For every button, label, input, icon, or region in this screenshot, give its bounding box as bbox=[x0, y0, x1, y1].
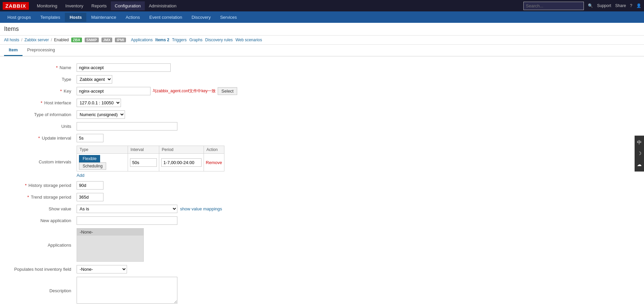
nav-actions[interactable]: Actions bbox=[121, 13, 145, 22]
right-panel-icon-2[interactable]: ☽ bbox=[637, 149, 642, 158]
right-panel: 中 ☽ ☁ bbox=[635, 136, 644, 172]
nav-maintenance[interactable]: Maintenance bbox=[86, 13, 121, 22]
link-applications[interactable]: Applications bbox=[131, 38, 153, 42]
trend-cell bbox=[74, 191, 637, 203]
type-label: Type bbox=[7, 73, 74, 85]
breadcrumb-nav-links: Applications Items 2 Triggers Graphs Dis… bbox=[131, 38, 262, 42]
logo: ZABBIX bbox=[3, 2, 29, 10]
breadcrumb-bar: All hosts / Zabbix server / Enabled ZBX … bbox=[0, 36, 644, 45]
show-value-select[interactable]: As is bbox=[77, 205, 177, 213]
update-interval-input[interactable] bbox=[77, 134, 103, 142]
nav-monitoring[interactable]: Monitoring bbox=[33, 1, 61, 10]
breadcrumb-all-hosts[interactable]: All hosts bbox=[4, 38, 19, 42]
update-interval-cell bbox=[74, 132, 637, 144]
trend-label: * Trend storage period bbox=[7, 191, 74, 203]
name-field-cell bbox=[74, 62, 637, 73]
key-wrapper: 与zabbix_agent.conf文件中key一致 Select bbox=[77, 87, 635, 95]
help-icon[interactable]: ? bbox=[630, 3, 632, 8]
description-label: Description bbox=[7, 275, 74, 306]
applications-label: Applications bbox=[7, 226, 74, 263]
nav-administration[interactable]: Administration bbox=[145, 1, 180, 10]
tab-item[interactable]: Item bbox=[4, 45, 23, 56]
nav-hosts[interactable]: Hosts bbox=[65, 13, 86, 22]
col-action: Action bbox=[204, 146, 224, 154]
right-panel-icon-3[interactable]: ☁ bbox=[637, 160, 642, 169]
badge-ipmi: IPMI bbox=[115, 38, 126, 42]
link-web-scenarios[interactable]: Web scenarios bbox=[235, 38, 262, 42]
custom-intervals-cell: Type Interval Period Action Flexible Sch… bbox=[74, 144, 637, 180]
name-input[interactable] bbox=[77, 63, 171, 72]
nav-event-correlation[interactable]: Event correlation bbox=[145, 13, 187, 22]
show-value-label: Show value bbox=[7, 203, 74, 215]
description-cell bbox=[74, 275, 637, 306]
period-input[interactable] bbox=[161, 158, 202, 167]
nav-inventory[interactable]: Inventory bbox=[61, 1, 87, 10]
host-interface-select[interactable]: 127.0.0.1 : 10050 bbox=[77, 99, 121, 107]
btn-flexible[interactable]: Flexible bbox=[79, 155, 100, 162]
select-button[interactable]: Select bbox=[218, 87, 237, 95]
nav-templates[interactable]: Templates bbox=[36, 13, 65, 22]
page-title: Items bbox=[0, 23, 644, 36]
type-info-select[interactable]: Numeric (unsigned) bbox=[77, 110, 125, 119]
trend-input[interactable] bbox=[77, 193, 103, 201]
list-item: -None- bbox=[77, 228, 143, 236]
add-interval-button[interactable]: Add bbox=[77, 173, 84, 178]
key-annotation: 与zabbix_agent.conf文件中key一致 bbox=[153, 88, 216, 94]
tab-bar: Item Preprocessing bbox=[0, 45, 644, 56]
new-application-cell bbox=[74, 215, 637, 226]
nav-configuration[interactable]: Configuration bbox=[111, 1, 145, 10]
nav-host-groups[interactable]: Host groups bbox=[3, 13, 36, 22]
link-items[interactable]: Items 2 bbox=[156, 38, 169, 42]
top-nav-items: Monitoring Inventory Reports Configurati… bbox=[33, 1, 523, 10]
nav-reports[interactable]: Reports bbox=[87, 1, 111, 10]
global-search-input[interactable] bbox=[523, 2, 584, 10]
applications-list[interactable]: -None- bbox=[77, 228, 144, 262]
new-application-input[interactable] bbox=[77, 216, 177, 225]
link-graphs[interactable]: Graphs bbox=[189, 38, 202, 42]
right-panel-icon-1[interactable]: 中 bbox=[637, 138, 642, 147]
remove-interval-button[interactable]: Remove bbox=[206, 160, 222, 165]
btn-scheduling[interactable]: Scheduling bbox=[79, 162, 106, 170]
badge-zbx: ZBX bbox=[71, 38, 82, 42]
breadcrumb-sep1: / bbox=[21, 38, 22, 42]
breadcrumb-zabbix-server[interactable]: Zabbix server bbox=[25, 38, 49, 42]
show-value-wrapper: As is show value mappings bbox=[77, 205, 635, 213]
link-triggers[interactable]: Triggers bbox=[172, 38, 187, 42]
update-interval-label: * Update interval bbox=[7, 132, 74, 144]
type-select[interactable]: Zabbix agent bbox=[77, 75, 112, 84]
nav-services[interactable]: Services bbox=[215, 13, 242, 22]
units-cell bbox=[74, 120, 637, 132]
host-interface-cell: 127.0.0.1 : 10050 bbox=[74, 97, 637, 109]
key-input[interactable] bbox=[77, 87, 151, 95]
show-value-cell: As is show value mappings bbox=[74, 203, 637, 215]
history-input[interactable] bbox=[77, 181, 103, 190]
type-info-cell: Numeric (unsigned) bbox=[74, 109, 637, 120]
second-navbar: Host groups Templates Hosts Maintenance … bbox=[0, 11, 644, 23]
search-icon[interactable]: 🔍 bbox=[588, 3, 593, 8]
share-link[interactable]: Share bbox=[615, 3, 626, 8]
populates-select[interactable]: -None- bbox=[77, 265, 127, 273]
tab-preprocessing[interactable]: Preprocessing bbox=[23, 45, 60, 56]
type-buttons-cell: Flexible Scheduling bbox=[77, 154, 128, 171]
host-interface-label: * Host interface bbox=[7, 97, 74, 109]
action-cell: Remove bbox=[204, 154, 224, 171]
key-field-cell: 与zabbix_agent.conf文件中key一致 Select bbox=[74, 85, 637, 97]
support-link[interactable]: Support bbox=[597, 3, 611, 8]
description-textarea[interactable] bbox=[77, 277, 177, 304]
new-application-label: New application bbox=[7, 215, 74, 226]
history-label: * History storage period bbox=[7, 180, 74, 191]
nav-discovery[interactable]: Discovery bbox=[187, 13, 215, 22]
type-field-cell: Zabbix agent bbox=[74, 73, 637, 85]
populates-cell: -None- bbox=[74, 263, 637, 275]
col-type: Type bbox=[77, 146, 128, 154]
link-discovery-rules[interactable]: Discovery rules bbox=[205, 38, 233, 42]
user-icon[interactable]: 👤 bbox=[636, 3, 641, 8]
applications-cell: -None- bbox=[74, 226, 637, 263]
populates-label: Populates host inventory field bbox=[7, 263, 74, 275]
interval-input[interactable] bbox=[130, 158, 157, 167]
show-value-mappings-link[interactable]: show value mappings bbox=[180, 206, 222, 211]
table-row: Flexible Scheduling Remo bbox=[77, 154, 224, 171]
units-input[interactable] bbox=[77, 122, 177, 131]
col-interval: Interval bbox=[128, 146, 159, 154]
name-label: * Name bbox=[7, 62, 74, 73]
